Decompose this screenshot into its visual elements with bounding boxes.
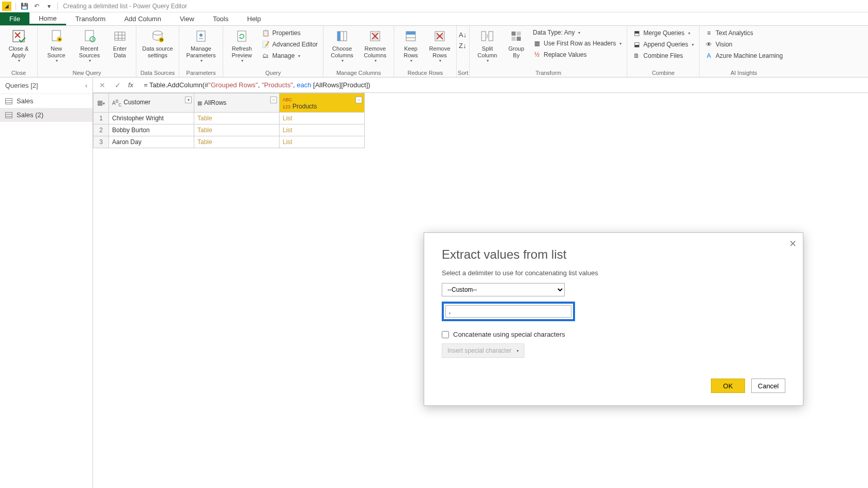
dialog-title: Extract values from list — [442, 247, 785, 262]
advanced-editor-button[interactable]: 📝Advanced Editor — [259, 39, 320, 50]
fx-icon[interactable]: fx — [128, 81, 133, 89]
properties-button[interactable]: 📋Properties — [259, 28, 320, 38]
manage-parameters-button[interactable]: Manage Parameters▾ — [182, 27, 220, 63]
properties-icon: 📋 — [261, 29, 270, 37]
choose-columns-icon — [334, 28, 350, 44]
queries-pane: Queries [2] ‹ Sales Sales (2) — [0, 77, 93, 488]
recent-sources-button[interactable]: Recent Sources▾ — [74, 27, 105, 63]
undo-icon[interactable]: ↶ — [32, 2, 41, 11]
tab-home[interactable]: Home — [29, 12, 66, 25]
ok-button[interactable]: OK — [711, 379, 745, 393]
merge-icon: ⬒ — [632, 29, 641, 37]
append-icon: ⬓ — [632, 40, 641, 49]
tab-view[interactable]: View — [171, 12, 204, 25]
svg-rect-10 — [115, 32, 125, 40]
data-grid[interactable]: ▦▾ ABCCustomer▾ ▦AllRows↔ ABC123Products… — [93, 93, 365, 148]
titlebar: 💾 ↶ ▾ Creating a delimited list - Power … — [0, 0, 868, 12]
extract-values-dialog: ✕ Extract values from list Select a deli… — [424, 232, 803, 406]
remove-columns-button[interactable]: Remove Columns▾ — [360, 27, 391, 63]
svg-rect-43 — [512, 37, 516, 41]
expand-icon[interactable]: ↔ — [355, 97, 362, 103]
ribbon-group-sort: A↓ Z↓ Sort — [457, 26, 470, 77]
tab-help[interactable]: Help — [238, 12, 270, 25]
grid-corner[interactable]: ▦▾ — [94, 93, 109, 113]
combine-files-button[interactable]: 🗎Combine Files — [630, 51, 696, 61]
close-apply-icon — [10, 28, 27, 44]
merge-queries-button[interactable]: ⬒Merge Queries▾ — [630, 28, 696, 38]
enter-data-button[interactable]: Enter Data — [107, 27, 133, 58]
split-column-icon — [479, 28, 495, 44]
cancel-button[interactable]: Cancel — [751, 379, 785, 393]
keep-rows-button[interactable]: Keep Rows▾ — [397, 27, 424, 63]
tab-add-column[interactable]: Add Column — [115, 12, 171, 25]
azure-ml-button[interactable]: AAzure Machine Learning — [703, 51, 785, 61]
manage-parameters-icon — [193, 28, 209, 44]
column-header-allrows[interactable]: ▦AllRows↔ — [194, 93, 280, 113]
svg-rect-21 — [238, 31, 246, 41]
sort-desc-button[interactable]: Z↓ — [458, 41, 467, 51]
sort-asc-button[interactable]: A↓ — [458, 30, 468, 40]
ribbon-group-parameters: Manage Parameters▾ Parameters — [179, 26, 223, 77]
ribbon-group-combine: ⬒Merge Queries▾ ⬓Append Queries▾ 🗎Combin… — [627, 26, 700, 77]
remove-columns-icon — [367, 28, 383, 44]
column-header-customer[interactable]: ABCCustomer▾ — [109, 93, 194, 113]
ribbon-group-reduce-rows: Keep Rows▾ Remove Rows▾ Reduce Rows — [394, 26, 457, 77]
table-row[interactable]: 2 Bobby Burton Table List — [94, 124, 365, 136]
ribbon: Close & Apply▾ Close ★ New Source▾ Recen… — [0, 26, 868, 77]
group-by-icon — [508, 28, 524, 44]
query-item-sales[interactable]: Sales — [0, 94, 92, 108]
formula-text[interactable]: = Table.AddColumn(#"Grouped Rows", "Prod… — [144, 81, 370, 89]
cancel-formula-icon[interactable]: ✕ — [97, 80, 107, 90]
new-source-button[interactable]: ★ New Source▾ — [41, 27, 72, 63]
vision-button[interactable]: 👁Vision — [703, 39, 785, 50]
data-type-button[interactable]: Data Type: Any▾ — [531, 28, 624, 37]
qat-dropdown-icon[interactable]: ▾ — [44, 2, 54, 11]
text-analytics-button[interactable]: ≡Text Analytics — [703, 28, 785, 38]
choose-columns-button[interactable]: Choose Columns▾ — [327, 27, 358, 63]
save-icon[interactable]: 💾 — [20, 2, 29, 11]
special-chars-checkbox[interactable] — [442, 331, 449, 338]
table-icon — [5, 112, 12, 118]
data-source-settings-button[interactable]: ⚙ Data source settings — [140, 27, 176, 58]
app-icon — [2, 2, 11, 11]
replace-icon: ½ — [533, 51, 541, 59]
svg-point-19 — [199, 34, 203, 37]
delimiter-select[interactable]: --Custom-- — [442, 283, 565, 296]
group-by-button[interactable]: Group By — [504, 27, 529, 58]
remove-rows-button[interactable]: Remove Rows▾ — [426, 27, 453, 63]
ribbon-group-close: Close & Apply▾ Close — [0, 26, 38, 77]
close-apply-button[interactable]: Close & Apply▾ — [3, 27, 34, 63]
keep-rows-icon — [402, 28, 419, 44]
split-column-button[interactable]: Split Column▾ — [473, 27, 502, 63]
table-icon — [5, 98, 12, 104]
manage-button[interactable]: 🗂Manage▾ — [259, 51, 320, 61]
first-row-headers-button[interactable]: ▦Use First Row as Headers▾ — [531, 38, 624, 49]
close-icon[interactable]: ✕ — [789, 238, 797, 249]
any-type-icon: ABC123 — [283, 97, 292, 109]
ribbon-group-data-sources: ⚙ Data source settings Data Sources — [136, 26, 179, 77]
ribbon-tabs: File Home Transform Add Column View Tool… — [0, 12, 868, 26]
insert-special-char-button: Insert special character▾ — [442, 343, 524, 358]
expand-icon[interactable]: ↔ — [270, 97, 277, 103]
table-row[interactable]: 1 Christopher Wright Table List — [94, 113, 365, 124]
tab-file[interactable]: File — [0, 12, 29, 25]
ribbon-group-new-query: ★ New Source▾ Recent Sources▾ Enter Data… — [38, 26, 136, 77]
filter-dropdown-icon[interactable]: ▾ — [185, 97, 192, 103]
refresh-preview-button[interactable]: Refresh Preview▾ — [226, 27, 257, 63]
table-row[interactable]: 3 Aaron Day Table List — [94, 136, 365, 148]
commit-formula-icon[interactable]: ✓ — [113, 80, 123, 90]
new-source-icon: ★ — [48, 28, 65, 44]
query-item-sales-2[interactable]: Sales (2) — [0, 108, 92, 122]
replace-values-button[interactable]: ½Replace Values — [531, 50, 624, 60]
svg-rect-31 — [406, 32, 415, 35]
svg-rect-41 — [512, 32, 516, 36]
dialog-subtitle: Select a delimiter to use for concatenat… — [442, 269, 785, 277]
append-queries-button[interactable]: ⬓Append Queries▾ — [630, 39, 696, 50]
tab-tools[interactable]: Tools — [204, 12, 238, 25]
column-header-products[interactable]: ABC123Products↔ — [280, 93, 365, 113]
ribbon-group-manage-columns: Choose Columns▾ Remove Columns▾ Manage C… — [323, 26, 394, 77]
advanced-editor-icon: 📝 — [261, 40, 270, 49]
tab-transform[interactable]: Transform — [66, 12, 115, 25]
custom-delimiter-input[interactable] — [445, 305, 571, 318]
collapse-queries-icon[interactable]: ‹ — [85, 82, 87, 89]
